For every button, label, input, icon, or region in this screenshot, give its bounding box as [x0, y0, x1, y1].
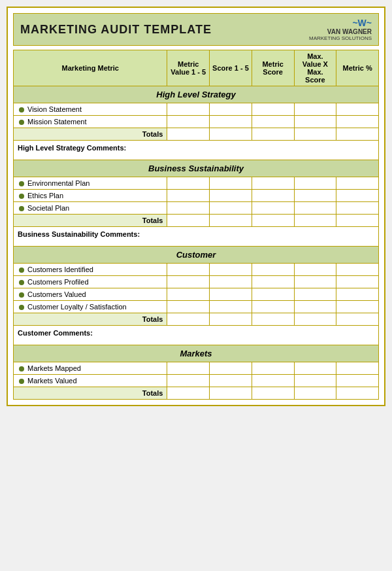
input-cell-business-sustainability-0-0[interactable] [167, 177, 210, 190]
input-cell-customer-3-1[interactable] [210, 301, 252, 313]
totals-cell-markets-1 [210, 387, 252, 400]
totals-cell-business-sustainability-0 [167, 215, 210, 227]
input-cell-customer-3-2[interactable] [252, 301, 294, 313]
comments-row-customer: Customer Comments: [14, 326, 379, 345]
input-cell-customer-2-4[interactable] [336, 288, 379, 301]
input-cell-business-sustainability-1-2[interactable] [252, 190, 294, 202]
totals-row-markets: Totals [14, 387, 379, 400]
input-cell-customer-2-3[interactable] [294, 288, 336, 301]
input-cell-business-sustainability-0-2[interactable] [252, 177, 294, 190]
item-label-high-level-strategy-0: Vision Statement [14, 103, 167, 116]
input-cell-business-sustainability-2-2[interactable] [252, 202, 294, 215]
table-row: Customers Valued [14, 288, 379, 301]
input-cell-customer-2-2[interactable] [252, 288, 294, 301]
totals-cell-business-sustainability-1 [210, 215, 252, 227]
input-cell-customer-1-1[interactable] [210, 276, 252, 288]
input-cell-high-level-strategy-0-0[interactable] [167, 103, 210, 116]
input-cell-business-sustainability-2-3[interactable] [294, 202, 336, 215]
input-cell-high-level-strategy-1-2[interactable] [252, 116, 294, 128]
input-cell-customer-0-4[interactable] [336, 264, 379, 276]
col-header-score: Score 1 - 5 [210, 50, 252, 86]
input-cell-customer-0-2[interactable] [252, 264, 294, 276]
bullet-icon [19, 379, 24, 384]
page-title: MARKETING AUDIT TEMPLATE [20, 23, 212, 37]
section-title-high-level-strategy: High Level Strategy [14, 86, 379, 103]
input-cell-markets-0-0[interactable] [167, 362, 210, 375]
input-cell-high-level-strategy-1-4[interactable] [336, 116, 379, 128]
totals-cell-customer-2 [252, 313, 294, 326]
bullet-icon [19, 292, 24, 298]
totals-cell-customer-1 [210, 313, 252, 326]
bullet-icon [19, 268, 24, 273]
totals-cell-high-level-strategy-4 [336, 128, 379, 141]
input-cell-business-sustainability-1-3[interactable] [294, 190, 336, 202]
comments-row-business-sustainability: Business Sustainability Comments: [14, 227, 379, 247]
input-cell-customer-1-2[interactable] [252, 276, 294, 288]
input-cell-business-sustainability-1-0[interactable] [167, 190, 210, 202]
input-cell-business-sustainability-2-0[interactable] [167, 202, 210, 215]
totals-cell-high-level-strategy-0 [167, 128, 210, 141]
input-cell-customer-2-1[interactable] [210, 288, 252, 301]
input-cell-high-level-strategy-0-3[interactable] [294, 103, 336, 116]
table-row: Ethics Plan [14, 190, 379, 202]
input-cell-customer-2-0[interactable] [167, 288, 210, 301]
comments-label-business-sustainability: Business Sustainability Comments: [14, 227, 379, 247]
table-row: Customer Loyalty / Satisfaction [14, 301, 379, 313]
bullet-icon [19, 120, 24, 125]
input-cell-business-sustainability-0-4[interactable] [336, 177, 379, 190]
bullet-icon [19, 194, 24, 199]
item-label-markets-1: Markets Valued [14, 375, 167, 387]
bullet-icon [19, 366, 24, 372]
totals-label-high-level-strategy: Totals [14, 128, 167, 141]
section-header-business-sustainability: Business Sustainability [14, 160, 379, 177]
input-cell-customer-0-3[interactable] [294, 264, 336, 276]
input-cell-business-sustainability-2-1[interactable] [210, 202, 252, 215]
input-cell-customer-3-4[interactable] [336, 301, 379, 313]
totals-row-business-sustainability: Totals [14, 215, 379, 227]
input-cell-markets-1-0[interactable] [167, 375, 210, 387]
input-cell-customer-3-3[interactable] [294, 301, 336, 313]
totals-label-markets: Totals [14, 387, 167, 400]
input-cell-customer-1-4[interactable] [336, 276, 379, 288]
input-cell-markets-0-3[interactable] [294, 362, 336, 375]
input-cell-markets-1-2[interactable] [252, 375, 294, 387]
input-cell-business-sustainability-0-1[interactable] [210, 177, 252, 190]
input-cell-customer-3-0[interactable] [167, 301, 210, 313]
item-label-customer-1: Customers Profiled [14, 276, 167, 288]
totals-cell-business-sustainability-4 [336, 215, 379, 227]
input-cell-markets-1-1[interactable] [210, 375, 252, 387]
totals-cell-customer-0 [167, 313, 210, 326]
input-cell-markets-0-4[interactable] [336, 362, 379, 375]
totals-cell-customer-4 [336, 313, 379, 326]
input-cell-markets-0-2[interactable] [252, 362, 294, 375]
totals-cell-markets-0 [167, 387, 210, 400]
section-title-business-sustainability: Business Sustainability [14, 160, 379, 177]
input-cell-markets-0-1[interactable] [210, 362, 252, 375]
col-header-metric-pct: Metric % [336, 50, 379, 86]
input-cell-customer-0-0[interactable] [167, 264, 210, 276]
input-cell-business-sustainability-0-3[interactable] [294, 177, 336, 190]
input-cell-business-sustainability-1-1[interactable] [210, 190, 252, 202]
section-title-customer: Customer [14, 247, 379, 264]
table-row: Markets Valued [14, 375, 379, 387]
totals-label-business-sustainability: Totals [14, 215, 167, 227]
input-cell-markets-1-3[interactable] [294, 375, 336, 387]
input-cell-high-level-strategy-1-3[interactable] [294, 116, 336, 128]
input-cell-high-level-strategy-0-4[interactable] [336, 103, 379, 116]
totals-cell-high-level-strategy-2 [252, 128, 294, 141]
comments-label-high-level-strategy: High Level Strategy Comments: [14, 141, 379, 160]
input-cell-business-sustainability-1-4[interactable] [336, 190, 379, 202]
input-cell-high-level-strategy-0-2[interactable] [252, 103, 294, 116]
totals-row-customer: Totals [14, 313, 379, 326]
input-cell-customer-0-1[interactable] [210, 264, 252, 276]
input-cell-customer-1-0[interactable] [167, 276, 210, 288]
input-cell-customer-1-3[interactable] [294, 276, 336, 288]
section-title-markets: Markets [14, 345, 379, 362]
input-cell-high-level-strategy-0-1[interactable] [210, 103, 252, 116]
section-header-customer: Customer [14, 247, 379, 264]
totals-row-high-level-strategy: Totals [14, 128, 379, 141]
input-cell-business-sustainability-2-4[interactable] [336, 202, 379, 215]
input-cell-markets-1-4[interactable] [336, 375, 379, 387]
input-cell-high-level-strategy-1-0[interactable] [167, 116, 210, 128]
input-cell-high-level-strategy-1-1[interactable] [210, 116, 252, 128]
